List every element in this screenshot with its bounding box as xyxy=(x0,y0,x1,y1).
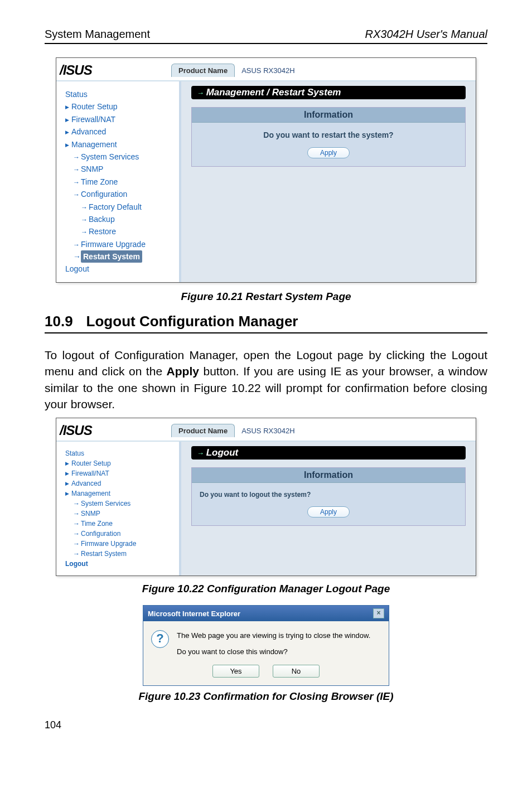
figure-10-21: ISUS Product Name ASUS RX3042H Status Ro… xyxy=(56,57,476,283)
figure-10-22: ISUS Product Name ASUS RX3042H Status Ro… xyxy=(56,418,476,576)
nav-logout[interactable]: Logout xyxy=(65,559,177,569)
info-panel: Information Do you want to logout the sy… xyxy=(191,467,466,526)
nav-logout[interactable]: Logout xyxy=(65,263,177,275)
yes-button[interactable]: Yes xyxy=(212,665,259,678)
nav-restart-system[interactable]: Restart System xyxy=(65,549,177,559)
nav-firewall-nat[interactable]: Firewall/NAT xyxy=(65,113,177,125)
no-button[interactable]: No xyxy=(273,665,320,678)
nav-management[interactable]: Management xyxy=(65,138,177,151)
nav-sidebar: Status Router Setup Firewall/NAT Advance… xyxy=(56,81,181,282)
nav-restore[interactable]: Restore xyxy=(65,225,177,238)
content-title: Management / Restart System xyxy=(191,86,466,99)
nav-configuration[interactable]: Configuration xyxy=(65,529,177,539)
nav-management[interactable]: Management xyxy=(65,489,177,499)
nav-router-setup[interactable]: Router Setup xyxy=(65,100,177,113)
nav-restart-system[interactable]: →Restart System xyxy=(65,250,177,263)
section-number: 10.9 xyxy=(45,313,73,330)
ie-line1: The Web page you are viewing is trying t… xyxy=(177,630,370,642)
ie-line2: Do you want to close this window? xyxy=(177,646,370,658)
product-name-value: ASUS RX3042H xyxy=(235,424,301,437)
nav-system-services[interactable]: System Services xyxy=(65,499,177,509)
nav-backup[interactable]: Backup xyxy=(65,213,177,225)
apply-button[interactable]: Apply xyxy=(307,147,350,158)
product-name-tab: Product Name xyxy=(171,424,235,437)
nav-snmp[interactable]: SNMP xyxy=(65,163,177,175)
body-paragraph: To logout of Configuration Manager, open… xyxy=(45,347,487,413)
asus-logo: ISUS xyxy=(60,423,171,438)
page-number: 104 xyxy=(45,719,487,731)
nav-status[interactable]: Status xyxy=(65,88,177,100)
question-icon: ? xyxy=(151,630,169,648)
figure-10-22-caption: Figure 10.22 Configuration Manager Logou… xyxy=(45,583,487,595)
product-name-value: ASUS RX3042H xyxy=(235,64,301,77)
ie-title-text: Microsoft Internet Explorer xyxy=(148,610,240,618)
nav-time-zone[interactable]: Time Zone xyxy=(65,519,177,529)
nav-configuration[interactable]: Configuration xyxy=(65,188,177,200)
restart-question: Do you want to restart the system? xyxy=(192,123,465,143)
nav-advanced[interactable]: Advanced xyxy=(65,478,177,489)
nav-router-setup[interactable]: Router Setup xyxy=(65,458,177,468)
figure-10-23-caption: Figure 10.23 Confirmation for Closing Br… xyxy=(45,690,487,703)
nav-sidebar: Status Router Setup Firewall/NAT Advance… xyxy=(56,442,181,575)
product-name-tab: Product Name xyxy=(171,64,235,77)
ie-dialog: Microsoft Internet Explorer × ? The Web … xyxy=(143,605,389,686)
nav-firewall-nat[interactable]: Firewall/NAT xyxy=(65,468,177,478)
close-icon[interactable]: × xyxy=(373,608,384,618)
panel-head: Information xyxy=(192,468,465,483)
apply-button[interactable]: Apply xyxy=(307,506,350,518)
header-right: RX3042H User's Manual xyxy=(365,28,487,41)
section-heading: 10.9 Logout Configuration Manager xyxy=(45,313,487,333)
info-panel: Information Do you want to restart the s… xyxy=(191,107,466,167)
header-left: System Management xyxy=(45,28,150,41)
ie-message: The Web page you are viewing is trying t… xyxy=(177,630,370,658)
nav-advanced[interactable]: Advanced xyxy=(65,125,177,138)
nav-time-zone[interactable]: Time Zone xyxy=(65,176,177,188)
running-header: System Management RX3042H User's Manual xyxy=(45,28,487,44)
nav-snmp[interactable]: SNMP xyxy=(65,509,177,519)
section-title: Logout Configuration Manager xyxy=(86,313,298,330)
asus-logo: ISUS xyxy=(60,62,171,78)
nav-firmware-upgrade[interactable]: Firmware Upgrade xyxy=(65,539,177,549)
nav-system-services[interactable]: System Services xyxy=(65,151,177,163)
panel-head: Information xyxy=(192,108,465,123)
figure-10-21-caption: Figure 10.21 Restart System Page xyxy=(45,291,487,303)
para-apply: Apply xyxy=(167,365,199,378)
content-title: Logout xyxy=(191,446,466,460)
nav-status[interactable]: Status xyxy=(65,448,177,458)
nav-firmware-upgrade[interactable]: Firmware Upgrade xyxy=(65,238,177,250)
nav-factory-default[interactable]: Factory Default xyxy=(65,201,177,213)
ie-title-bar: Microsoft Internet Explorer × xyxy=(143,606,389,621)
logout-question: Do you want to logout the system? xyxy=(192,483,465,502)
